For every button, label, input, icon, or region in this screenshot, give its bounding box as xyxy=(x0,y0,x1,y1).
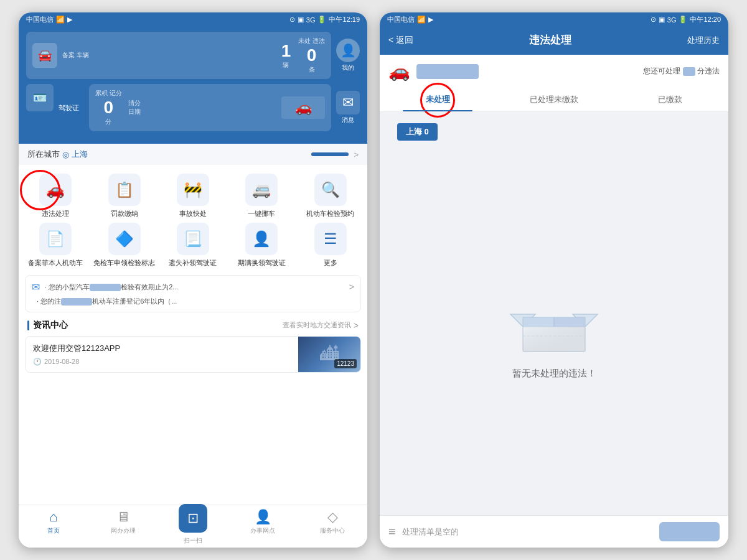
accident-icon: 🚧 xyxy=(177,174,209,206)
tab-bar: 未处理 已处理未缴款 已缴款 xyxy=(380,88,728,112)
header-right: < 返回 违法处理 处理历史 xyxy=(380,27,728,55)
empty-state: 暂无未处理的违法！ xyxy=(380,147,728,515)
menu-grid: 🚗 违法处理 📋 罚款缴纳 🚧 事故快处 🚐 一键挪车 🔍 机动车检验预约 📄 … xyxy=(19,165,367,273)
menu-item-register[interactable]: 📄 备案菲本人机动车 xyxy=(24,223,87,267)
shanghai-badge[interactable]: 上海 0 xyxy=(397,123,438,141)
arrow-icon: ▶ xyxy=(67,16,72,24)
menu-item-accident[interactable]: 🚧 事故快处 xyxy=(161,174,225,218)
inspect-icon: 🔍 xyxy=(314,174,347,206)
service-icon: ◇ xyxy=(327,509,338,525)
motor-vehicle-card[interactable]: 🚘 备案 车辆 1 辆 未处 违法 xyxy=(26,32,331,79)
msg-label: 消息 xyxy=(342,116,354,124)
home-icon: ⌂ xyxy=(49,509,57,525)
car-icon-right: 🚗 xyxy=(388,61,410,82)
city-prefix: 所在城市 xyxy=(27,149,60,160)
scan-label: 扫一扫 xyxy=(184,536,202,545)
info-subtitle: 查看实时地方交通资讯 xyxy=(283,320,351,330)
news-card[interactable]: 欢迎使用交管12123APP 🕐 2019-08-28 🏙 12123 xyxy=(25,336,361,373)
empty-box-illustration xyxy=(504,283,604,358)
score-unit: 分 xyxy=(95,118,122,126)
notif-text-1: · 您的小型汽车检验有效期止为2... xyxy=(45,282,344,292)
time-text-right: 中午12:20 xyxy=(690,15,721,24)
my-area[interactable]: 👤 我的 xyxy=(336,32,360,79)
online-label: 网办办理 xyxy=(111,526,136,535)
menu-item-more[interactable]: ☰ 更多 xyxy=(299,223,362,267)
vehicle-unit: 辆 xyxy=(281,61,291,70)
nav-online[interactable]: 🖥 网办办理 xyxy=(88,509,158,545)
notif-text-2: · 您的注机动车注册登记6年以内（... xyxy=(37,297,354,306)
bottom-bar-right: ≡ 处理清单是空的 ████ xyxy=(380,515,728,548)
fine-icon: 📋 xyxy=(108,174,141,206)
network-icon-right: 3G xyxy=(667,16,677,24)
menu-item-inspect[interactable]: 🔍 机动车检验预约 xyxy=(299,174,362,218)
car-label: 备案 车辆 xyxy=(62,51,276,60)
info-title: 资讯中心 xyxy=(27,320,68,331)
vehicle-count: 1 xyxy=(281,41,291,61)
wifi-icon-right: ▣ xyxy=(659,16,665,24)
stats-row-bottom: 🪪 驾驶证 累积 记分 0 分 清分 日期 🚗 xyxy=(26,84,360,131)
menu-item-freeinspect[interactable]: 🔷 免检车申领检验标志 xyxy=(92,223,156,267)
carrier-left: 中国电信 📶 ▶ xyxy=(26,15,72,24)
menu-item-lostlicense[interactable]: 📃 遗失补领驾驶证 xyxy=(161,223,225,267)
svg-rect-1 xyxy=(523,327,585,352)
message-icon: ✉ xyxy=(336,91,360,114)
nav-home[interactable]: ⌂ 首页 xyxy=(19,509,88,545)
lostlicense-label: 遗失补领驾驶证 xyxy=(169,258,217,267)
my-label: 我的 xyxy=(342,63,354,72)
license-icon[interactable]: 🪪 xyxy=(26,84,54,111)
menu-item-renewlicense[interactable]: 👤 期满换领驾驶证 xyxy=(230,223,293,267)
message-area[interactable]: ✉ 消息 xyxy=(336,84,360,131)
tab-paid-label: 已缴款 xyxy=(658,95,682,104)
home-label: 首页 xyxy=(47,526,60,535)
city-left: 所在城市 ◎ 上海 xyxy=(27,149,88,160)
tab-paid[interactable]: 已缴款 xyxy=(612,88,728,111)
online-icon: 🖥 xyxy=(116,509,130,525)
score-card[interactable]: 累积 记分 0 分 清分 日期 🚗 xyxy=(89,84,331,131)
service-label: 服务中心 xyxy=(320,526,345,535)
weichuli-label: 未处 xyxy=(298,37,311,44)
nav-office[interactable]: 👤 办事网点 xyxy=(228,509,298,545)
phone-left: 中国电信 📶 ▶ ⊙ ▣ 3G 🔋 中午12:19 🚘 备案 车辆 xyxy=(19,12,367,548)
violation-icon: 🚗 xyxy=(39,174,72,206)
tab-handled[interactable]: 已处理未缴款 xyxy=(496,88,613,111)
notification-area: ✉ · 您的小型汽车检验有效期止为2... > · 您的注机动车注册登记6年以内… xyxy=(25,275,361,312)
office-label: 办事网点 xyxy=(250,526,275,535)
leiji-label: 累积 xyxy=(95,90,108,96)
car-image: 🚗 xyxy=(281,96,325,119)
phone-right: 中国电信 📶 ▶ ⊙ ▣ 3G 🔋 中午12:20 < 返回 违法处理 处理历史… xyxy=(380,12,728,548)
empty-message: 暂无未处理的违法！ xyxy=(512,368,596,380)
weifa-label: 违法 xyxy=(312,37,325,44)
car-plate: ████ xyxy=(416,64,479,79)
inspect-label: 机动车检验预约 xyxy=(306,209,354,218)
violation-count: 0 xyxy=(298,45,325,65)
car-info: 备案 车辆 xyxy=(62,51,276,60)
status-bar-left: 中国电信 📶 ▶ ⊙ ▣ 3G 🔋 中午12:19 xyxy=(19,12,367,27)
notif-row-1[interactable]: ✉ · 您的小型汽车检验有效期止为2... > xyxy=(32,279,354,295)
time-text: 中午12:19 xyxy=(329,15,360,24)
status-right-2: ⊙ ▣ 3G 🔋 中午12:20 xyxy=(651,15,721,24)
tow-label: 一键挪车 xyxy=(248,209,275,218)
plate-box[interactable] xyxy=(311,152,349,156)
back-button[interactable]: < 返回 xyxy=(388,35,413,46)
nav-scan[interactable]: ⊡ 扫一扫 xyxy=(158,509,228,545)
cheliang-label: 车辆 xyxy=(77,52,89,58)
menu-item-fine[interactable]: 📋 罚款缴纳 xyxy=(92,174,156,218)
more-label: 更多 xyxy=(324,258,337,267)
menu-item-violation[interactable]: 🚗 违法处理 xyxy=(24,174,87,218)
submit-button[interactable]: ████ xyxy=(659,522,720,541)
tow-icon: 🚐 xyxy=(245,174,278,206)
renewlicense-label: 期满换领驾驶证 xyxy=(238,258,286,267)
violation-unit: 条 xyxy=(298,65,325,74)
bottom-bar-text: 处理清单是空的 xyxy=(402,526,653,538)
nav-service[interactable]: ◇ 服务中心 xyxy=(298,509,367,545)
bottom-nav: ⌂ 首页 🖥 网办办理 ⊡ 扫一扫 👤 办事网点 ◇ 服务中心 xyxy=(19,505,367,548)
city-name[interactable]: 上海 xyxy=(72,149,88,160)
history-button[interactable]: 处理历史 xyxy=(687,35,720,46)
city-bar: 所在城市 ◎ 上海 > xyxy=(19,144,367,165)
tab-unhandled[interactable]: 未处理 xyxy=(380,88,496,111)
register-label: 备案菲本人机动车 xyxy=(28,258,83,267)
menu-item-tow[interactable]: 🚐 一键挪车 xyxy=(230,174,293,218)
register-icon: 📄 xyxy=(39,223,72,255)
car-icon: 🚘 xyxy=(32,43,57,68)
notif-row-2[interactable]: · 您的注机动车注册登记6年以内（... xyxy=(32,295,354,308)
